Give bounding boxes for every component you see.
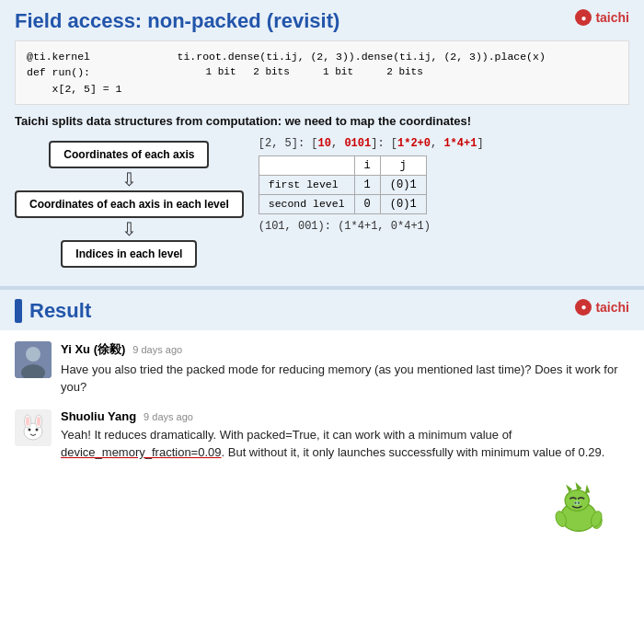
- comment-2-name: Shuoliu Yang: [61, 409, 136, 423]
- result-line: (101, 001): (1*4+1, 0*4+1): [259, 220, 629, 233]
- right-side: [2, 5]: [10, 0101]: [1*2+0, 1*4+1] i j f…: [259, 137, 629, 233]
- formula-line: [2, 5]: [10, 0101]: [1*2+0, 1*4+1]: [259, 137, 629, 150]
- row1-j: (0)1: [380, 175, 426, 194]
- table-header-empty: [259, 155, 354, 175]
- result-section-content: Result: [29, 299, 629, 323]
- formula-part-1: 10: [318, 137, 331, 150]
- svg-marker-18: [585, 484, 590, 493]
- code-line-3: x[2, 5] = 1: [27, 81, 122, 97]
- avatar-yi: [15, 341, 52, 378]
- underline-text: device_memory_fraction=0.09: [61, 445, 222, 459]
- svg-point-14: [574, 501, 576, 503]
- comment-1-time: 9 days ago: [132, 344, 182, 355]
- table-header-j: j: [380, 155, 426, 175]
- formula-part-3: 1*2+0: [397, 137, 431, 150]
- comment-1-name: Yi Xu (徐毅): [61, 341, 125, 358]
- row1-label: first level: [259, 175, 354, 194]
- main-content: Coordinates of each axis ⇩ Coordinates o…: [15, 137, 629, 275]
- row2-i: 0: [354, 194, 380, 213]
- flow-box-1: Coordinates of each axis: [49, 141, 209, 168]
- comment-1-text: Have you also tried the packed mode for …: [61, 361, 629, 397]
- code-line-2: def run():: [27, 64, 122, 80]
- flow-arrow-1: ⇩: [121, 168, 137, 190]
- table-header-i: i: [354, 155, 380, 175]
- row2-j: (0)1: [380, 194, 426, 213]
- result-section-header: Result ● taichi: [0, 288, 644, 330]
- result-title: Result: [29, 299, 629, 323]
- row2-label: second level: [259, 194, 354, 213]
- comment-2-body: Shuoliu Yang 9 days ago Yeah! It reduces…: [61, 409, 629, 462]
- code-block: @ti.kernel def run(): x[2, 5] = 1 ti.roo…: [15, 40, 629, 105]
- splits-text: Taichi splits data structures from compu…: [15, 114, 629, 128]
- row1-i: 1: [354, 175, 380, 194]
- comment-2-time: 9 days ago: [144, 411, 193, 422]
- ann3: 1 bit: [297, 66, 380, 77]
- svg-point-15: [578, 501, 580, 503]
- code-line-right: ti.root.dense(ti.ij, (2, 3)).dense(ti.ij…: [178, 49, 546, 64]
- taichi-label: taichi: [595, 10, 629, 25]
- comment-1-header: Yi Xu (徐毅) 9 days ago: [61, 341, 629, 358]
- comment-2-text: Yeah! It reduces dramatically. With pack…: [61, 426, 629, 462]
- taichi-logo-2: ● taichi: [575, 299, 629, 316]
- code-line-1: @ti.kernel: [27, 49, 122, 64]
- svg-point-9: [29, 428, 31, 431]
- flow-arrow-2: ⇩: [121, 218, 137, 240]
- taichi-dot-icon-2: ●: [575, 299, 592, 316]
- table-row: first level 1 (0)1: [259, 175, 426, 194]
- flow-diagram: Coordinates of each axis ⇩ Coordinates o…: [15, 141, 244, 268]
- comments-area: Yi Xu (徐毅) 9 days ago Have you also trie…: [0, 330, 644, 559]
- flow-box-3: Indices in each level: [61, 240, 197, 268]
- taichi-dot-icon: ●: [575, 9, 592, 26]
- ann1: 1 bit: [196, 66, 247, 77]
- table-row: second level 0 (0)1: [259, 194, 426, 213]
- svg-point-10: [36, 428, 39, 431]
- comment-2: Shuoliu Yang 9 days ago Yeah! It reduces…: [15, 409, 629, 462]
- ann4: 2 bits: [380, 66, 431, 77]
- svg-point-1: [26, 347, 40, 362]
- formula-part-2: 0101: [344, 137, 371, 150]
- comment-1: Yi Xu (徐毅) 9 days ago Have you also trie…: [15, 341, 629, 397]
- blue-accent-bar: [15, 299, 22, 323]
- avatar-shu: [15, 409, 52, 446]
- avatar-shu-image: [15, 409, 52, 446]
- comment-2-header: Shuoliu Yang 9 days ago: [61, 409, 629, 423]
- svg-point-7: [26, 417, 29, 426]
- formula-part-4: 1*4+1: [443, 137, 477, 150]
- svg-point-8: [37, 417, 40, 426]
- mascot-area: [15, 475, 629, 548]
- taichi-logo: ● taichi: [575, 9, 629, 26]
- comment-1-body: Yi Xu (徐毅) 9 days ago Have you also trie…: [61, 341, 629, 397]
- header-section: Field access: non-packed (revisit) ● tai…: [0, 0, 644, 288]
- section-bar: Result: [15, 299, 629, 323]
- avatar-yi-image: [15, 341, 52, 378]
- mascot-icon: [546, 475, 611, 539]
- taichi-label-2: taichi: [595, 300, 629, 315]
- page-title: Field access: non-packed (revisit): [15, 9, 629, 33]
- coord-table: i j first level 1 (0)1 second level 0 (0…: [259, 155, 427, 214]
- flow-box-2: Coordinates of each axis in each level: [15, 190, 244, 218]
- ann2: 2 bits: [247, 66, 297, 77]
